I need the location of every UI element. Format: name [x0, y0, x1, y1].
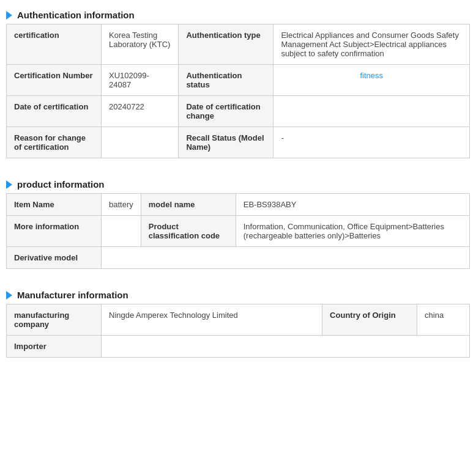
label-auth-type: Authentication type	[179, 24, 273, 65]
product-table: Item Name battery model name EB-BS938ABY…	[6, 193, 470, 269]
value-date-cert: 20240722	[102, 96, 179, 127]
product-section-title: product information	[17, 179, 105, 190]
value-mfg-company: Ningde Amperex Technology Limited	[102, 304, 322, 336]
table-row: certification Korea Testing Laboratory (…	[7, 24, 470, 65]
product-section-header: product information	[6, 175, 470, 193]
manufacturer-section-header: Manufacturer information	[6, 286, 470, 304]
value-auth-type: Electrical Appliances and Consumer Goods…	[273, 24, 470, 65]
label-certification: certification	[7, 24, 102, 65]
auth-section: Authentication information certification…	[6, 6, 470, 158]
auth-section-header: Authentication information	[6, 6, 470, 24]
product-section-icon	[6, 180, 12, 189]
value-reason-change	[102, 127, 179, 158]
product-section: product information Item Name battery mo…	[6, 175, 470, 269]
manufacturer-section: Manufacturer information manufacturing c…	[6, 286, 470, 358]
label-more-info: More information	[7, 216, 102, 247]
table-row: manufacturing company Ningde Amperex Tec…	[7, 304, 470, 336]
value-country-origin: china	[417, 304, 470, 336]
table-row: Importer	[7, 336, 470, 358]
label-item-name: Item Name	[7, 194, 102, 216]
label-date-cert-change: Date of certification change	[179, 96, 273, 127]
label-auth-status: Authentication status	[179, 65, 273, 96]
label-country-origin: Country of Origin	[322, 304, 417, 336]
label-recall-status: Recall Status (Model Name)	[179, 127, 273, 158]
table-row: Certification Number XU102099-24087 Auth…	[7, 65, 470, 96]
auth-section-icon	[6, 11, 12, 20]
manufacturer-section-title: Manufacturer information	[17, 290, 128, 300]
table-row: More information Product classification …	[7, 216, 470, 247]
auth-table: certification Korea Testing Laboratory (…	[6, 24, 470, 158]
label-cert-number: Certification Number	[7, 65, 102, 96]
label-reason-change: Reason for change of certification	[7, 127, 102, 158]
label-model-name: model name	[141, 194, 236, 216]
value-cert-number: XU102099-24087	[102, 65, 179, 96]
manufacturer-table: manufacturing company Ningde Amperex Tec…	[6, 304, 470, 358]
table-row: Derivative model	[7, 247, 470, 269]
auth-section-title: Authentication information	[17, 10, 135, 20]
label-date-cert: Date of certification	[7, 96, 102, 127]
label-product-class: Product classification code	[141, 216, 236, 247]
label-derivative-model: Derivative model	[7, 247, 102, 269]
value-auth-status-link[interactable]: fitness	[273, 65, 470, 96]
value-model-name: EB-BS938ABY	[236, 194, 469, 216]
value-derivative-model	[102, 247, 470, 269]
value-certification: Korea Testing Laboratory (KTC)	[102, 24, 179, 65]
value-more-info	[102, 216, 141, 247]
table-row: Date of certification 20240722 Date of c…	[7, 96, 470, 127]
value-date-cert-change	[273, 96, 470, 127]
value-recall-status: -	[273, 127, 470, 158]
value-product-class: Information, Communication, Office Equip…	[236, 216, 469, 247]
value-item-name: battery	[102, 194, 141, 216]
table-row: Item Name battery model name EB-BS938ABY	[7, 194, 470, 216]
label-importer: Importer	[7, 336, 102, 358]
manufacturer-section-icon	[6, 291, 12, 300]
label-mfg-company: manufacturing company	[7, 304, 102, 336]
value-importer	[102, 336, 470, 358]
table-row: Reason for change of certification Recal…	[7, 127, 470, 158]
